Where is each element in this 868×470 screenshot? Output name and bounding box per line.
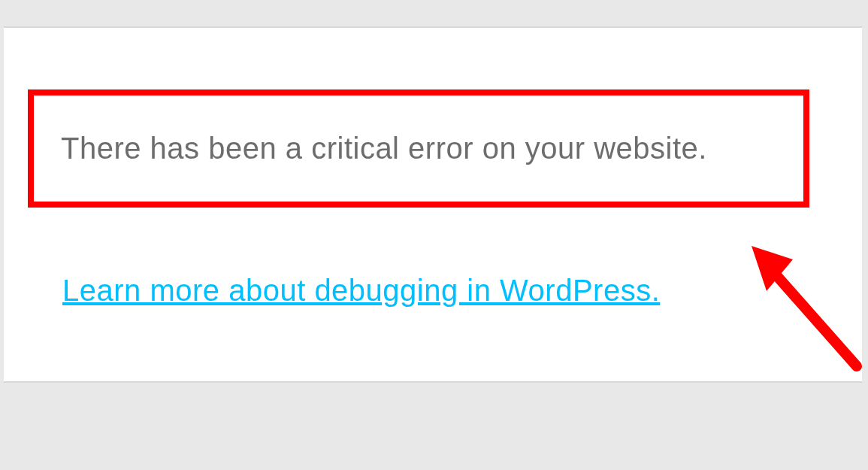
arrow-icon [744,238,868,378]
svg-line-1 [770,268,857,366]
svg-marker-2 [752,246,793,291]
error-panel: There has been a critical error on your … [4,26,862,383]
debug-link[interactable]: Learn more about debugging in WordPress. [62,274,660,308]
error-message-text: There has been a critical error on your … [61,132,707,165]
error-message-box: There has been a critical error on your … [28,89,809,208]
